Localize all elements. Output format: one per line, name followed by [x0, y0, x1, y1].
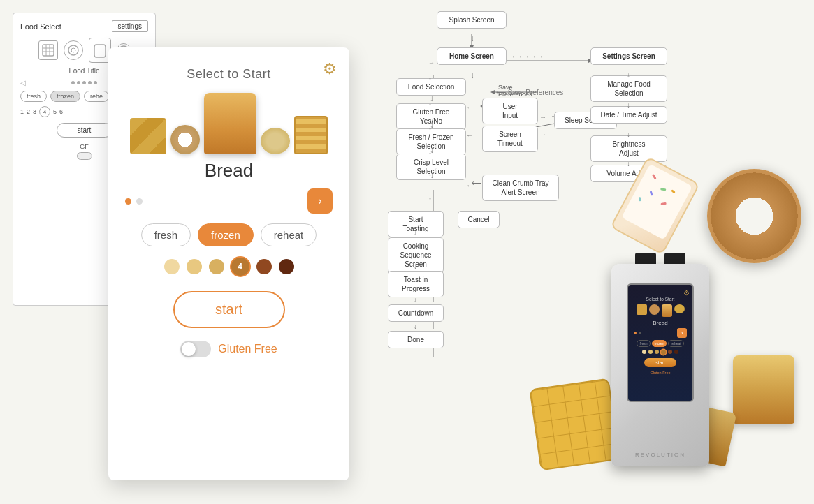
- hifi-food-carousel: [122, 91, 335, 154]
- ts-waffle: [637, 304, 647, 315]
- hifi-food-name: Bread: [122, 160, 335, 181]
- toaster-brand: REVOLUTION: [635, 452, 685, 458]
- fc-splash-node: Splash Screen: [437, 11, 507, 29]
- toaster-select-label: Select to Start: [646, 297, 675, 302]
- grilled-icon: [294, 116, 328, 154]
- gf-toggle[interactable]: [180, 341, 211, 357]
- svg-rect-7: [94, 45, 106, 57]
- toast-icon: [204, 93, 256, 154]
- hifi-crisp-row: 4: [122, 258, 335, 276]
- hifi-chip-fresh[interactable]: fresh: [141, 223, 191, 246]
- hifi-gf-label: Gluten Free: [218, 343, 277, 355]
- toaster-food-name: Bread: [653, 320, 667, 326]
- crisp-level-6[interactable]: [279, 259, 294, 274]
- crisp-level-1[interactable]: [164, 259, 180, 274]
- hifi-chip-reheat[interactable]: reheat: [261, 223, 317, 246]
- sketch-progress-dots: [71, 81, 97, 84]
- fc-countdown-node: Countdown: [388, 304, 444, 322]
- food-grilled-item[interactable]: [294, 116, 328, 154]
- toaster-gear-icon: ⚙: [683, 289, 690, 297]
- toaster-device: ⚙ Select to Start Bread ›: [604, 253, 716, 490]
- toaster-dots: [634, 332, 641, 334]
- fc-user-input-node: UserInput: [482, 98, 538, 124]
- toaster-crisp-dots: [642, 350, 678, 355]
- sketch-dot-2: [77, 81, 80, 84]
- fc-home-node: Home Screen: [437, 47, 507, 65]
- toaster-body: ⚙ Select to Start Bread ›: [611, 264, 709, 466]
- toaster-state-chips: fresh frozen reheat: [637, 340, 683, 347]
- sketch-toast-icon[interactable]: [89, 38, 111, 63]
- sketch-bagel-icon[interactable]: [64, 40, 83, 60]
- carousel-dot-1: [125, 198, 131, 205]
- ts-bagel: [649, 304, 660, 315]
- toaster-gf-label: Gluten Free: [650, 371, 670, 375]
- sketch-dot-4: [88, 81, 92, 84]
- sketch-dot-1: [71, 81, 75, 84]
- ts-chip-frozen: frozen: [652, 340, 667, 347]
- english-muffin-icon: [261, 128, 290, 154]
- crisp-level-4[interactable]: 4: [231, 258, 249, 276]
- bagel-icon: [170, 125, 200, 154]
- carousel-dot-2: [136, 198, 143, 205]
- food-waffle-item[interactable]: [130, 118, 166, 154]
- hifi-state-chips: fresh frozen reheat: [122, 223, 335, 246]
- sketch-chip-frozen[interactable]: frozen: [50, 91, 80, 102]
- ts-chip-reheat: reheat: [668, 340, 683, 347]
- ts-chip-fresh: fresh: [637, 340, 650, 347]
- toaster-nav-row: ›: [631, 328, 690, 338]
- fc-settings-node: Settings Screen: [590, 47, 667, 65]
- sketch-waffle-icon[interactable]: [38, 40, 58, 60]
- sketch-chip-reheat[interactable]: rehe: [84, 91, 109, 102]
- fc-toast-progress-node: Toast inProgress: [388, 271, 444, 297]
- crisp-level-2[interactable]: [187, 259, 202, 274]
- toaster-screen: ⚙ Select to Start Bread ›: [627, 283, 694, 402]
- fc-manage-food-node: Manage FoodSelection: [590, 75, 667, 102]
- hifi-mockup: ⚙ Select to Start Bread › fresh frozen r…: [108, 47, 349, 480]
- crisp-4-label: 4: [231, 258, 249, 276]
- svg-rect-0: [43, 45, 54, 56]
- hifi-next-button[interactable]: ›: [307, 188, 333, 214]
- ts-dot-active: [634, 332, 637, 334]
- ts-next-btn: ›: [677, 328, 687, 338]
- hifi-chip-frozen[interactable]: frozen: [198, 223, 254, 246]
- sketch-chip-fresh[interactable]: fresh: [20, 91, 47, 102]
- fc-done-node: Done: [388, 331, 444, 348]
- ts-dot-2: [639, 332, 641, 334]
- toaster-start-btn: start: [644, 358, 676, 367]
- svg-point-6: [71, 48, 75, 52]
- float-toast-1: [733, 355, 794, 424]
- sketch-active-crisp[interactable]: 4: [39, 106, 50, 117]
- sketch-dot-5: [94, 81, 97, 84]
- toggle-thumb: [182, 342, 196, 356]
- hifi-gf-row: Gluten Free: [122, 341, 335, 357]
- ts-muffin: [674, 304, 685, 313]
- gear-icon[interactable]: ⚙: [323, 60, 337, 78]
- fc-screen-timeout-node: ScreenTimeout: [482, 126, 538, 152]
- crisp-level-5[interactable]: [256, 259, 272, 274]
- ts-toast: [662, 304, 672, 317]
- sketch-settings-tab[interactable]: settings: [112, 20, 148, 32]
- toaster-food-icons: [637, 304, 685, 317]
- crisp-level-4-wrapper[interactable]: 4: [231, 258, 249, 276]
- sketch-toggle-track[interactable]: [77, 152, 92, 160]
- hifi-select-title: Select to Start: [122, 67, 335, 82]
- sketch-start-button[interactable]: start: [57, 123, 112, 138]
- hifi-carousel-dots: [125, 198, 143, 205]
- food-toast-item[interactable]: [204, 93, 256, 154]
- float-bagel: [707, 169, 801, 263]
- float-poptart: [610, 156, 700, 255]
- sketch-food-select-label: Food Select: [20, 22, 61, 31]
- hifi-start-button[interactable]: start: [173, 291, 285, 328]
- hifi-dots-row: ›: [125, 188, 333, 214]
- svg-point-5: [68, 45, 78, 55]
- sketch-header: Food Select settings: [20, 20, 148, 32]
- crisp-level-3[interactable]: [209, 259, 224, 274]
- waffle-icon: [130, 118, 166, 154]
- food-muffin-item[interactable]: [261, 128, 290, 154]
- food-bagel-item[interactable]: [170, 125, 200, 154]
- toaster-product-area: ⚙ Select to Start Bread ›: [493, 155, 814, 504]
- sketch-dot-3: [82, 81, 86, 84]
